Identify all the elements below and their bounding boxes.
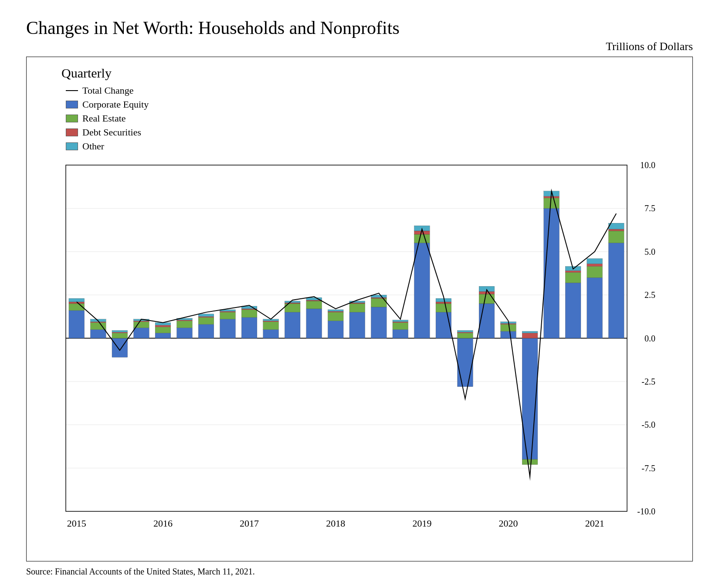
legend-color-swatch <box>66 101 78 108</box>
legend-label: Corporate Equity <box>82 99 149 110</box>
legend-color-swatch <box>66 128 78 136</box>
legend-label: Other <box>82 141 104 152</box>
chart-period-label: Quarterly <box>61 66 658 81</box>
legend-label: Debt Securities <box>82 127 141 138</box>
legend-item: Corporate Equity <box>66 99 658 110</box>
legend-line-swatch <box>66 90 78 91</box>
chart-title: Changes in Net Worth: Households and Non… <box>26 17 693 38</box>
legend-item: Total Change <box>66 85 658 96</box>
chart-area <box>61 161 658 535</box>
legend-color-swatch <box>66 115 78 122</box>
chart-subtitle: Trillions of Dollars <box>606 40 693 53</box>
legend-item: Debt Securities <box>66 127 658 138</box>
legend-label: Total Change <box>82 85 134 96</box>
source-citation: Source: Financial Accounts of the United… <box>26 567 693 577</box>
bar-chart <box>61 161 658 533</box>
legend-item: Real Estate <box>66 113 658 124</box>
legend-item: Other <box>66 141 658 152</box>
legend-color-swatch <box>66 142 78 150</box>
legend-label: Real Estate <box>82 113 126 124</box>
chart-legend: Total ChangeCorporate EquityReal EstateD… <box>66 85 658 152</box>
chart-container: Quarterly Total ChangeCorporate EquityRe… <box>26 57 693 561</box>
